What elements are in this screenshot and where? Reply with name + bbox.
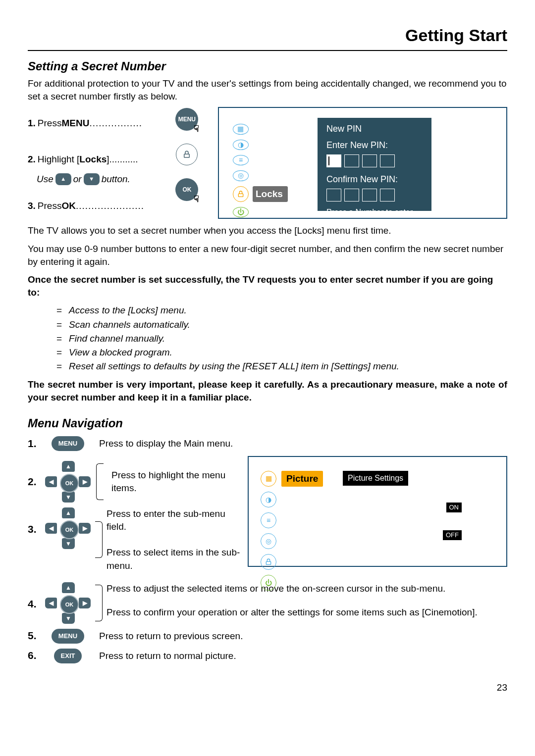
steps-text-column: 1. Press MENU ................. 2. Highl… bbox=[28, 107, 170, 219]
new-pin-panel: New PIN Enter New PIN: Confirm New PIN: … bbox=[318, 118, 431, 211]
dpad-down-icon-2: ▼ bbox=[62, 538, 75, 549]
lock-icon bbox=[233, 186, 249, 202]
pin-digit-4 bbox=[380, 154, 395, 167]
step-2-use-line: Use ▲ or ▼ button. bbox=[37, 173, 170, 186]
ok-remote-label: OK bbox=[182, 186, 191, 194]
step-3: 3. Press OK ...................... bbox=[28, 200, 170, 212]
nav-5-remote: MENU bbox=[41, 629, 95, 644]
step-1-num: 1. bbox=[28, 117, 36, 130]
nav-4-remote: ▲ ▼ ◀ ▶ OK bbox=[41, 582, 95, 624]
list-item-reset: Reset all settings to defaults by using … bbox=[56, 360, 507, 373]
nav-step-5: 5. MENU Press to return to previous scre… bbox=[28, 629, 507, 644]
enter-pin-boxes bbox=[326, 154, 423, 167]
nav-step-2: 2. ▲ ▼ ◀ ▶ OK Press to highlight the men… bbox=[28, 461, 248, 503]
power-menu-icon: ⏻ bbox=[261, 575, 276, 591]
dpad-ok-icon-2: OK bbox=[60, 520, 79, 539]
svg-rect-2 bbox=[266, 562, 270, 565]
picture-settings-label: Picture Settings bbox=[343, 471, 408, 486]
dpad-up-icon-3: ▲ bbox=[62, 582, 75, 593]
cpin-digit-1 bbox=[326, 189, 341, 202]
dpad-left-icon-3: ◀ bbox=[45, 598, 57, 608]
steps-layout: 1. Press MENU ................. 2. Highl… bbox=[28, 107, 507, 219]
nav-1-remote: MENU bbox=[41, 436, 95, 451]
dpad-right-icon-3: ▶ bbox=[79, 598, 91, 608]
dpad-down-icon: ▼ bbox=[62, 492, 75, 503]
on-badge: ON bbox=[446, 503, 462, 512]
button-word: button. bbox=[102, 173, 130, 186]
nav-1-num: 1. bbox=[28, 437, 41, 451]
section-heading-nav: Menu Navigation bbox=[28, 415, 507, 431]
use-word: Use bbox=[37, 173, 54, 186]
page-header: Getting Start bbox=[28, 24, 507, 51]
picture-menu-icon: ▦ bbox=[261, 471, 276, 487]
step-2: 2. Highlight [ Locks ]........... bbox=[28, 153, 170, 166]
confirm-pin-label: Confirm New PIN: bbox=[326, 173, 423, 186]
picture-icon: ▦ bbox=[233, 124, 249, 134]
channel-menu-icon: ≡ bbox=[261, 512, 276, 528]
step-2-locks-word: Locks bbox=[79, 153, 107, 166]
step-1-menu-word: MENU bbox=[61, 117, 89, 130]
menu-button-icon: MENU bbox=[52, 436, 84, 451]
dpad-icon-2: ▲ ▼ ◀ ▶ OK bbox=[42, 507, 94, 549]
hand-cursor-icon-2: ☟ bbox=[194, 193, 199, 205]
step-1: 1. Press MENU ................. bbox=[28, 117, 170, 130]
pin-hint: Press a Number to enter digit bbox=[326, 207, 423, 227]
locks-menu-item: Locks bbox=[253, 186, 288, 202]
pin-digit-1 bbox=[326, 154, 341, 167]
off-badge: OFF bbox=[443, 530, 462, 540]
step-2-text-a: Highlight [ bbox=[38, 153, 80, 166]
brace-right-icon bbox=[95, 521, 103, 558]
intro-paragraph: For additional protection to your TV and… bbox=[28, 77, 507, 103]
menu-remote-button-icon: MENU ☟ bbox=[175, 108, 198, 131]
nav-5-num: 5. bbox=[28, 629, 41, 643]
nav-2-desc: Press to highlight the menu items. bbox=[111, 469, 248, 495]
secret-actions-list: Access to the [Locks] menu. Scan channel… bbox=[28, 304, 507, 373]
or-word: or bbox=[73, 173, 82, 186]
nav-6-desc: Press to return to normal picture. bbox=[99, 650, 507, 662]
sound-menu-icon: ◑ bbox=[261, 492, 276, 507]
step-3-num: 3. bbox=[28, 200, 36, 212]
nav-6-num: 6. bbox=[28, 649, 41, 663]
list-item-locks: Access to the [Locks] menu. bbox=[56, 304, 507, 317]
step-2-text-c: ]........... bbox=[107, 153, 138, 166]
svg-rect-1 bbox=[238, 194, 243, 197]
confirm-pin-boxes bbox=[326, 189, 423, 202]
step-3-dots: ...................... bbox=[76, 200, 144, 212]
lock-menu-icon bbox=[261, 554, 276, 570]
dpad-left-icon: ◀ bbox=[45, 476, 57, 487]
dpad-ok-icon-3: OK bbox=[60, 595, 79, 614]
down-button-icon: ▼ bbox=[84, 173, 100, 185]
paragraph-enter-confirm: You may use 0-9 number buttons to enter … bbox=[28, 243, 507, 268]
hand-cursor-icon: ☟ bbox=[194, 123, 199, 135]
settings-icon: ◎ bbox=[233, 170, 249, 181]
nav-4-num: 4. bbox=[28, 597, 41, 611]
nav-2-num: 2. bbox=[28, 475, 41, 489]
sound-icon: ◑ bbox=[233, 140, 249, 150]
nav-2-remote: ▲ ▼ ◀ ▶ OK bbox=[41, 461, 95, 503]
pin-digit-2 bbox=[344, 154, 359, 167]
step-3-ok-word: OK bbox=[61, 200, 76, 212]
dpad-down-icon-3: ▼ bbox=[62, 613, 75, 624]
nav-3-desc-a: Press to enter the sub-menu field. bbox=[107, 507, 248, 533]
lock-circle-icon bbox=[176, 144, 198, 165]
osd-menu-icons: ▦ ◑ ≡ ◎ Locks ⏻ bbox=[233, 124, 288, 211]
enter-pin-label: Enter New PIN: bbox=[326, 139, 423, 151]
nav-3-remote: ▲ ▼ ◀ ▶ OK bbox=[41, 507, 95, 549]
dpad-right-icon-2: ▶ bbox=[79, 523, 91, 534]
nav-step-6: 6. EXIT Press to return to normal pictur… bbox=[28, 649, 507, 663]
nav-steps-234-wrap: 2. ▲ ▼ ◀ ▶ OK Press to highlight the men… bbox=[28, 456, 507, 577]
nav-steps-234-left: 2. ▲ ▼ ◀ ▶ OK Press to highlight the men… bbox=[28, 456, 248, 577]
menu-remote-label: MENU bbox=[178, 115, 196, 124]
power-icon: ⏻ bbox=[233, 207, 249, 217]
dpad-icon-3: ▲ ▼ ◀ ▶ OK bbox=[42, 582, 94, 624]
brace-right-icon-2 bbox=[95, 585, 103, 621]
nav-4-desc-b: Press to confirm your operation or alter… bbox=[107, 606, 507, 619]
dpad-icon: ▲ ▼ ◀ ▶ OK bbox=[42, 461, 94, 503]
dpad-right-icon: ▶ bbox=[79, 476, 91, 487]
nav-1-desc: Press to display the Main menu. bbox=[99, 437, 507, 450]
nav-step-3: 3. ▲ ▼ ◀ ▶ OK Press to enter the sub-men… bbox=[28, 507, 248, 572]
osd-locks-row: Locks bbox=[233, 186, 288, 202]
nav-3-desc-col: Press to enter the sub-menu field. Press… bbox=[107, 507, 248, 572]
dpad-up-icon: ▲ bbox=[62, 461, 75, 472]
osd-new-pin-box: ▦ ◑ ≡ ◎ Locks ⏻ New PIN Enter New PIN: C… bbox=[218, 107, 507, 219]
